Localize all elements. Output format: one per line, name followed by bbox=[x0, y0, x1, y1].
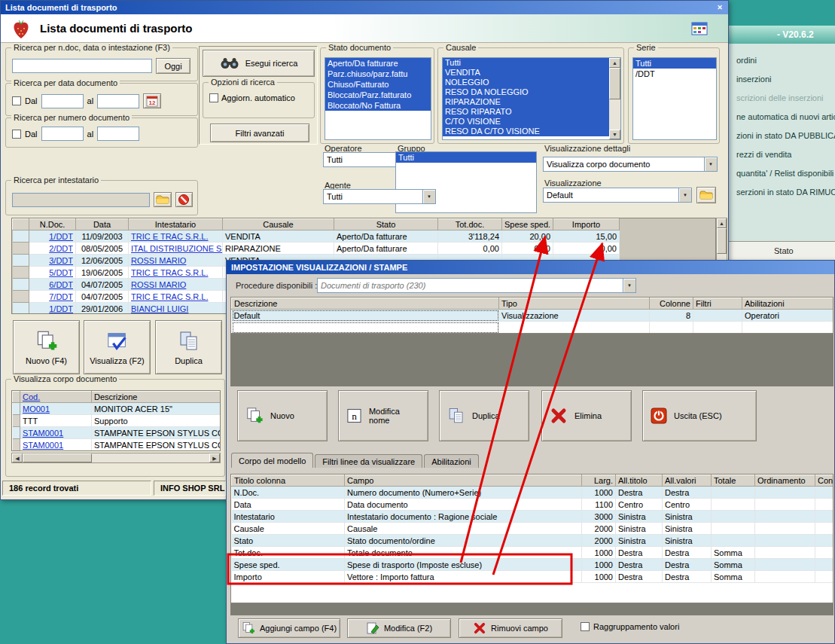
column-header-data[interactable]: Data bbox=[76, 219, 129, 230]
table-cell[interactable] bbox=[712, 487, 755, 499]
modifica-nome-button[interactable]: n Modifica nome bbox=[338, 390, 428, 441]
table-row[interactable]: MO001MONITOR ACER 15" bbox=[13, 403, 221, 415]
scrollbar-thumb[interactable] bbox=[717, 228, 727, 254]
table-cell[interactable] bbox=[815, 547, 833, 559]
table-cell[interactable]: 8 bbox=[650, 310, 693, 322]
visualizza-f2-button[interactable]: Visualizza (F2) bbox=[84, 320, 151, 374]
background-menu-item[interactable]: quantita' / Relist disponibili / A bbox=[729, 164, 835, 183]
scrollbar-track[interactable] bbox=[92, 453, 209, 462]
column-header-intestatario[interactable]: Intestatario bbox=[129, 219, 223, 230]
table-cell[interactable]: Intestatario bbox=[232, 511, 345, 523]
table-cell[interactable]: BIANCHI LUIGI bbox=[129, 303, 223, 315]
serie-option[interactable]: /DDT bbox=[633, 69, 716, 79]
table-cell[interactable]: Sinistra bbox=[616, 535, 663, 547]
date-from-input[interactable] bbox=[41, 94, 84, 108]
table-cell[interactable] bbox=[712, 523, 755, 535]
calendar-button[interactable]: 12 bbox=[143, 93, 161, 108]
table-cell[interactable]: 04/07/2005 bbox=[76, 279, 129, 291]
table-cell[interactable] bbox=[755, 523, 815, 535]
table-cell[interactable] bbox=[13, 279, 29, 291]
column-header-spese[interactable]: Spese sped. bbox=[502, 219, 553, 230]
table-cell[interactable]: 3000 bbox=[582, 511, 616, 523]
table-row[interactable]: TTTSupporto bbox=[13, 415, 221, 427]
column-header-cod[interactable]: Cod. bbox=[20, 392, 92, 403]
column-header-alltitolo[interactable]: All.titolo bbox=[616, 475, 663, 487]
table-cell[interactable]: Sinistra bbox=[616, 523, 663, 535]
table-cell[interactable]: Destra bbox=[616, 547, 663, 559]
column-header-allvalori[interactable]: All.valori bbox=[663, 475, 712, 487]
table-cell[interactable]: Data documento bbox=[345, 499, 582, 511]
uscita-button[interactable]: Uscita (ESC) bbox=[642, 390, 757, 441]
table-cell[interactable]: Spese sped. bbox=[232, 559, 345, 571]
chevron-down-icon[interactable]: ▼ bbox=[422, 190, 435, 203]
causale-option[interactable]: RIPARAZIONE bbox=[443, 97, 609, 107]
stato-documento-option[interactable]: Chiuso/Fatturato bbox=[325, 79, 431, 90]
column-header-tipo[interactable]: Tipo bbox=[499, 298, 650, 310]
causale-option[interactable]: RESO DA C/TO VISIONE bbox=[443, 127, 609, 136]
table-cell[interactable] bbox=[815, 571, 833, 583]
table-cell[interactable] bbox=[13, 230, 29, 243]
modifica-f2-button[interactable]: Modifica (F2) bbox=[347, 618, 451, 638]
table-cell[interactable]: 1/DDT bbox=[29, 230, 76, 243]
table-cell[interactable] bbox=[815, 499, 833, 511]
column-header-gutter[interactable] bbox=[13, 392, 20, 403]
table-cell[interactable] bbox=[712, 499, 755, 511]
table-cell[interactable]: ITAL DISTRIBUZIONE S.R.L. bbox=[129, 243, 223, 255]
scroll-left-icon[interactable]: ◀ bbox=[12, 453, 23, 462]
stato-documento-option[interactable]: Parz.chiuso/parz.fattu bbox=[325, 69, 431, 79]
table-cell[interactable]: VENDITA bbox=[223, 230, 334, 243]
table-cell[interactable]: MONITOR ACER 15" bbox=[92, 403, 221, 415]
table-row[interactable]: DataData documento1100CentroCentro bbox=[232, 499, 833, 511]
table-cell[interactable] bbox=[13, 415, 20, 427]
table-cell[interactable]: Supporto bbox=[92, 415, 221, 427]
filtri-avanzati-button[interactable]: Filtri avanzati bbox=[210, 124, 309, 142]
table-cell[interactable]: 2000 bbox=[582, 523, 616, 535]
intestatario-folder-button[interactable] bbox=[154, 192, 171, 207]
table-cell[interactable] bbox=[13, 403, 20, 415]
table-cell[interactable] bbox=[815, 487, 833, 499]
table-cell[interactable]: Somma bbox=[712, 547, 755, 559]
cell-link[interactable]: BIANCHI LUIGI bbox=[131, 304, 188, 313]
chevron-down-icon[interactable]: ▼ bbox=[623, 279, 635, 292]
database-icon[interactable] bbox=[690, 20, 709, 38]
table-cell[interactable]: Centro bbox=[663, 499, 712, 511]
table-cell[interactable]: 6/DDT bbox=[29, 279, 76, 291]
table-cell[interactable]: Default bbox=[232, 310, 499, 322]
cell-link[interactable]: ROSSI MARIO bbox=[131, 280, 186, 289]
stato-documento-option[interactable]: Aperto/Da fatturare bbox=[325, 58, 431, 69]
settings-nuovo-button[interactable]: Nuovo bbox=[237, 390, 328, 441]
column-header-stato[interactable]: Stato bbox=[334, 219, 438, 230]
table-cell[interactable]: Intestatario documento : Ragione sociale bbox=[345, 511, 582, 523]
cell-link[interactable]: 1/DDT bbox=[49, 232, 73, 241]
table-cell[interactable]: Causale bbox=[232, 523, 345, 535]
table-cell[interactable]: Destra bbox=[663, 487, 712, 499]
table-cell[interactable] bbox=[712, 535, 755, 547]
cell-link[interactable]: TRIC E TRAC S.R.L. bbox=[131, 232, 208, 241]
causale-option[interactable]: C/TO VISIONE bbox=[443, 117, 609, 127]
table-cell[interactable]: Destra bbox=[663, 547, 712, 559]
stato-documento-option[interactable]: Bloccato/No Fattura bbox=[325, 100, 431, 111]
table-cell[interactable]: Aperto/Da fatturare bbox=[334, 243, 438, 255]
aggiorn-automatico-checkbox[interactable] bbox=[209, 93, 218, 102]
table-cell[interactable]: 5/DDT bbox=[29, 267, 76, 279]
table-cell[interactable]: Sinistra bbox=[663, 523, 712, 535]
table-cell[interactable]: STAM0001 bbox=[20, 427, 92, 439]
nuovo-f4-button[interactable]: Nuovo (F4) bbox=[13, 320, 80, 374]
table-cell[interactable]: Stato bbox=[232, 535, 345, 547]
scrollbar-thumb[interactable] bbox=[609, 68, 620, 99]
table-cell[interactable]: Operatori bbox=[742, 310, 833, 322]
table-cell[interactable]: MO001 bbox=[20, 403, 92, 415]
serie-option[interactable]: Tutti bbox=[633, 58, 716, 69]
scroll-up-icon[interactable]: ▲ bbox=[609, 58, 620, 68]
table-cell[interactable] bbox=[755, 511, 815, 523]
table-cell[interactable]: Stato documento/ordine bbox=[345, 535, 582, 547]
table-row[interactable]: IntestatarioIntestatario documento : Rag… bbox=[232, 511, 833, 523]
table-cell[interactable] bbox=[815, 535, 833, 547]
column-header-importo[interactable]: Importo bbox=[553, 219, 620, 230]
table-cell[interactable]: 3/DDT bbox=[29, 255, 76, 267]
table-cell[interactable] bbox=[712, 511, 755, 523]
table-cell[interactable] bbox=[499, 322, 650, 334]
gruppo-option[interactable]: Tutti bbox=[396, 152, 536, 163]
table-row[interactable]: STAM0001STAMPANTE EPSON STYLUS COLOR bbox=[13, 439, 221, 451]
column-header-ndoc[interactable]: N.Doc. bbox=[29, 219, 76, 230]
